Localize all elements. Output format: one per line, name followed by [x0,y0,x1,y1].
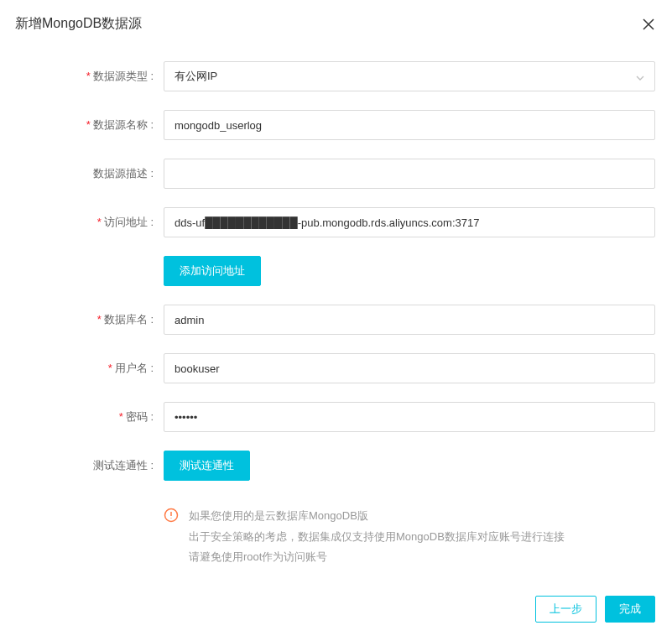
desc-input[interactable] [164,159,655,189]
label-type: *数据源类型 : [17,69,164,84]
pwd-input[interactable] [164,402,655,432]
label-name: *数据源名称 : [17,117,164,133]
label-addr: *访问地址 : [17,215,164,230]
required-star: * [86,118,91,131]
svg-point-2 [170,518,171,519]
row-name: *数据源名称 : [17,110,655,140]
info-line-3: 请避免使用root作为访问账号 [189,547,565,568]
info-line-2: 出于安全策略的考虑，数据集成仅支持使用MongoDB数据库对应账号进行连接 [189,527,565,548]
row-db: *数据库名 : [17,305,655,335]
add-mongodb-modal: 新增MongoDB数据源 *数据源类型 : 有公网IP *数据源名称 : [0,0,672,641]
close-button[interactable] [642,18,655,31]
required-star: * [97,313,102,326]
required-star: * [86,70,91,82]
required-star: * [119,410,123,423]
db-input[interactable] [164,305,655,335]
row-add-addr: 添加访问地址 [17,256,655,286]
info-icon [164,508,179,523]
label-test: 测试连通性 : [17,458,164,473]
close-icon [643,18,654,30]
info-text: 如果您使用的是云数据库MongoDB版 出于安全策略的考虑，数据集成仅支持使用M… [189,506,565,568]
label-db: *数据库名 : [17,312,164,327]
prev-button[interactable]: 上一步 [535,596,596,623]
row-user: *用户名 : [17,353,655,383]
add-address-button[interactable]: 添加访问地址 [164,256,261,286]
info-line-1: 如果您使用的是云数据库MongoDB版 [189,506,565,527]
modal-header: 新增MongoDB数据源 [0,0,672,44]
done-button[interactable]: 完成 [605,596,655,623]
modal-footer: 上一步 完成 [0,584,672,641]
required-star: * [108,362,112,374]
modal-title: 新增MongoDB数据源 [15,15,142,33]
required-star: * [97,216,102,228]
label-desc: 数据源描述 : [17,166,164,181]
type-select[interactable]: 有公网IP [164,61,655,91]
row-desc: 数据源描述 : [17,159,655,189]
row-pwd: *密码 : [17,402,655,432]
addr-input[interactable] [164,207,655,237]
label-pwd: *密码 : [17,409,164,425]
info-box: 如果您使用的是云数据库MongoDB版 出于安全策略的考虑，数据集成仅支持使用M… [164,499,655,568]
name-input[interactable] [164,110,655,140]
row-addr: *访问地址 : [17,207,655,237]
type-select-value: 有公网IP [175,69,217,84]
chevron-down-icon [636,70,644,83]
row-test: 测试连通性 : 测试连通性 [17,451,655,481]
label-user: *用户名 : [17,361,164,376]
modal-body: *数据源类型 : 有公网IP *数据源名称 : 数据源描述 : [0,44,672,584]
user-input[interactable] [164,353,655,383]
test-connection-button[interactable]: 测试连通性 [164,451,250,481]
row-type: *数据源类型 : 有公网IP [17,61,655,91]
